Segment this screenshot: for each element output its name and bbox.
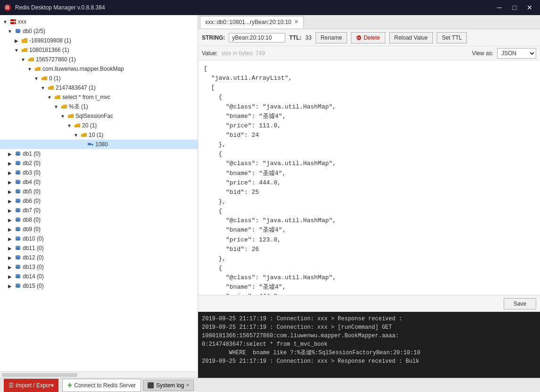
tree-node-db7[interactable]: ▶ db7 (0) (0, 206, 198, 215)
tree-node-db13[interactable]: ▶ db13 (0) (0, 262, 198, 272)
syslog-close-button[interactable]: ✕ (186, 383, 190, 388)
expand-icon[interactable]: ▼ (20, 56, 26, 63)
svg-point-5 (14, 23, 15, 24)
log-line-4: 0:2147483647:select * from t_mvc_book (202, 340, 536, 349)
svg-text:R: R (6, 5, 9, 10)
tree-node-1080181366[interactable]: ▼ 1080181366 (1) (0, 45, 198, 55)
left-hscroll[interactable] (0, 371, 198, 378)
svg-rect-3 (10, 22, 16, 24)
tree-label-db5: db5 (0) (23, 188, 41, 195)
folder-open-icon (47, 84, 55, 92)
main-layout: ▼ xxx ▼ (0, 15, 540, 392)
tree-node-db10[interactable]: ▶ db10 (0) (0, 234, 198, 243)
log-area[interactable]: 2019-09-25 21:17:19 : Connection: xxx > … (198, 312, 540, 378)
log-line-6: 2019-09-25 21:17:19 : Connection: xxx > … (202, 357, 536, 366)
db-icon (14, 282, 22, 290)
tree-node-db15[interactable]: ▶ db15 (0) (0, 281, 198, 291)
expand-icon[interactable]: ▼ (53, 103, 59, 110)
tree-node-db8[interactable]: ▶ db8 (0) (0, 215, 198, 225)
db-icon (14, 225, 22, 233)
tree-node-db5[interactable]: ▶ db5 (0) (0, 187, 198, 196)
folder-open-icon (34, 65, 42, 73)
tree-node-select[interactable]: ▼ select * from t_mvc (0, 92, 198, 102)
tab-bar: xxx::db0::10801...ryBean:20:10:10 ✕ (198, 15, 540, 29)
expand-icon[interactable]: ▼ (33, 75, 40, 82)
bottom-bar: ☰ Import / Expor▾ ✚ Connect to Redis Ser… (0, 378, 540, 392)
tree-node-db0[interactable]: ▼ db0 (2/5) (0, 26, 198, 36)
db-icon (14, 207, 22, 214)
log-line-1: 2019-09-25 21:17:19 : Connection: xxx > … (202, 315, 536, 323)
key-value-display: yBean:20:10:10 (229, 33, 285, 42)
import-export-button[interactable]: ☰ Import / Expor▾ (4, 379, 58, 392)
tree-node-db1[interactable]: ▶ db1 (0) (0, 149, 198, 158)
expand-icon[interactable]: ▶ (7, 150, 13, 157)
expand-icon[interactable]: ▼ (13, 47, 20, 53)
log-line-2: 2019-09-25 21:17:19 : Connection: xxx > … (202, 323, 536, 332)
db-icon (14, 216, 22, 224)
tree-node-percent-sheng[interactable]: ▼ %圣 (1) (0, 102, 198, 111)
svg-point-17 (16, 163, 20, 165)
tree-node-1565727860[interactable]: ▼ 1565727860 (1) (0, 55, 198, 64)
set-ttl-button[interactable]: Set TTL (437, 32, 467, 43)
tree-node-db9[interactable]: ▶ db9 (0) (0, 225, 198, 234)
rename-button[interactable]: Rename (316, 32, 347, 43)
tree-node-0[interactable]: ▼ 0 (1) (0, 74, 198, 83)
tree-node-neg1698[interactable]: ▶ -1698109808 (1) (0, 36, 198, 45)
type-label: STRING: (202, 34, 225, 41)
expand-icon[interactable]: ▼ (73, 132, 79, 138)
db-icon (14, 273, 22, 280)
tree-node-1080-key[interactable]: 1080 (0, 140, 198, 149)
svg-point-4 (14, 20, 15, 21)
db-icon (14, 159, 22, 167)
hscroll-thumb[interactable] (2, 373, 77, 377)
value-row: Value: size in bytes: 749 View as: JSON … (198, 46, 540, 60)
expand-icon[interactable]: ▼ (26, 66, 33, 72)
svg-point-14 (16, 154, 20, 156)
json-editor[interactable]: [ "java.util.ArrayList", [ { "@class": "… (198, 60, 540, 295)
db-icon (14, 27, 22, 35)
tree-label-db3: db3 (0) (23, 169, 41, 176)
tree-node-2147483647[interactable]: ▼ 2147483647 (1) (0, 83, 198, 92)
tree-node-db4[interactable]: ▶ db4 (0) (0, 177, 198, 187)
tree-node-db14[interactable]: ▶ db14 (0) (0, 272, 198, 281)
tree-node-com-liuwenwu[interactable]: ▼ com.liuwenwu.mapper.BookMap (0, 64, 198, 74)
terminal-icon: ⬛ (147, 382, 154, 389)
expand-icon[interactable]: ▼ (2, 18, 8, 25)
tree-node-20[interactable]: ▼ 20 (1) (0, 121, 198, 130)
expand-icon[interactable]: ▼ (40, 84, 46, 91)
tree-label-db9: db9 (0) (23, 226, 41, 233)
reload-value-button[interactable]: Reload Value (389, 32, 433, 43)
tree-node-db3[interactable]: ▶ db3 (0) (0, 168, 198, 177)
expand-icon[interactable]: ▼ (46, 94, 53, 100)
syslog-tab[interactable]: ⬛ System log ✕ (143, 380, 194, 391)
connect-redis-button[interactable]: ✚ Connect to Redis Server (62, 379, 141, 392)
minimize-button[interactable]: ─ (493, 2, 506, 13)
expand-icon[interactable]: ▼ (7, 28, 13, 34)
key-icon (87, 141, 94, 148)
tab-close-button[interactable]: ✕ (294, 19, 299, 25)
active-tab[interactable]: xxx::db0::10801...ryBean:20:10:10 ✕ (200, 16, 304, 28)
tree-node-sqlsession[interactable]: ▼ SqlSessionFac (0, 111, 198, 121)
tree-node-db6[interactable]: ▶ db6 (0) (0, 196, 198, 206)
tree-node-xxx[interactable]: ▼ xxx (0, 17, 198, 26)
tree-label-sqlsession: SqlSessionFac (75, 113, 113, 119)
tree-container[interactable]: ▼ xxx ▼ (0, 15, 198, 371)
expand-icon[interactable]: ▼ (59, 113, 66, 119)
tree-node-db2[interactable]: ▶ db2 (0) (0, 158, 198, 168)
tree-node-db12[interactable]: ▶ db12 (0) (0, 253, 198, 262)
db-icon (14, 150, 22, 158)
save-button[interactable]: Save (504, 298, 536, 309)
tree-label-10-1: 10 (1) (89, 132, 103, 138)
svg-point-23 (16, 182, 20, 184)
expand-icon[interactable]: ▶ (13, 37, 20, 44)
view-as-select[interactable]: JSON Plain Text (497, 48, 536, 58)
tree-node-db11[interactable]: ▶ db11 (0) (0, 243, 198, 253)
expand-icon[interactable]: ▶ (7, 160, 13, 167)
maximize-button[interactable]: □ (508, 2, 521, 13)
delete-button[interactable]: Delete (351, 32, 385, 43)
expand-icon[interactable]: ▼ (66, 122, 73, 129)
close-button[interactable]: ✕ (523, 2, 536, 13)
folder-open-icon (41, 75, 48, 82)
tree-node-10[interactable]: ▼ 10 (1) (0, 130, 198, 140)
db-icon (14, 188, 22, 195)
